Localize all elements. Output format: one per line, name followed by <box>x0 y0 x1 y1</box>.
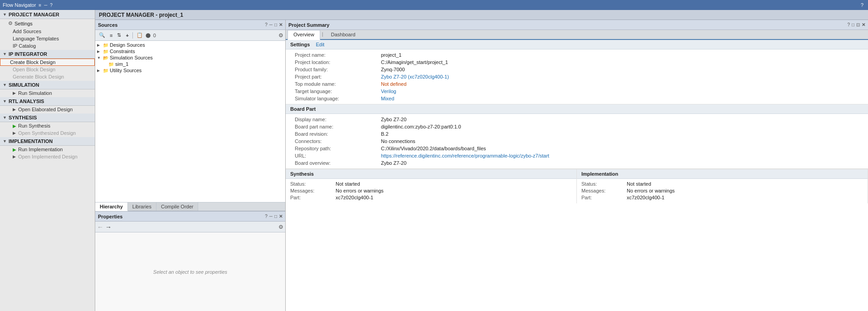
utility-arrow: ▶ <box>97 69 102 73</box>
nav-section-synthesis[interactable]: ▼ SYNTHESIS <box>0 114 95 122</box>
impl-part-label: Part: <box>581 194 627 201</box>
top-module-label: Top module name: <box>286 80 376 88</box>
sources-settings-icon[interactable]: ⚙ <box>278 32 283 39</box>
sources-minimize-icon[interactable]: ─ <box>269 22 273 27</box>
tree-item-simulation-sources[interactable]: ▼ 📂 Simulation Sources <box>95 54 285 61</box>
board-revision-value: B.2 <box>376 130 868 138</box>
top-module-value[interactable]: Not defined <box>376 80 868 88</box>
nav-item-open-elaborated-design[interactable]: ▶ Open Elaborated Design <box>0 106 95 113</box>
sources-filter-btn[interactable]: ≡ <box>108 32 114 39</box>
nav-item-ip-catalog[interactable]: IP Catalog <box>0 42 95 49</box>
tab-compile-order[interactable]: Compile Order <box>156 202 199 211</box>
tab-dashboard[interactable]: Dashboard <box>325 30 361 39</box>
props-close-icon[interactable]: ✕ <box>279 214 283 219</box>
sim-language-value[interactable]: Mixed <box>376 95 868 102</box>
nav-item-open-block-design[interactable]: Open Block Design <box>0 66 95 73</box>
nav-section-rtl-analysis[interactable]: ▼ RTL ANALYSIS <box>0 97 95 106</box>
run-sim-arrow: ▶ <box>13 91 16 95</box>
nav-section-simulation[interactable]: ▼ SIMULATION <box>0 81 95 89</box>
nav-item-open-synthesized-design[interactable]: ▶ Open Synthesized Design <box>0 129 95 137</box>
synth-impl-row: Synthesis Status: Not started Messages: … <box>286 169 868 203</box>
nav-item-run-implementation[interactable]: ▶ Run Implementation <box>0 146 95 153</box>
props-minimize-icon[interactable]: ─ <box>269 214 273 219</box>
impl-messages-value: No errors or warnings <box>627 188 863 194</box>
open-synthesized-design-label: Open Synthesized Design <box>18 130 76 136</box>
create-block-design-label: Create Block Design <box>10 59 55 65</box>
rtl-section-label: RTL ANALYSIS <box>9 99 44 104</box>
ps-tab-bar: Overview | Dashboard <box>286 30 868 40</box>
nav-section-implementation[interactable]: ▼ IMPLEMENTATION <box>0 137 95 146</box>
ps-help-icon[interactable]: ? <box>847 22 850 27</box>
ps-restore-icon[interactable]: □ <box>852 22 854 27</box>
props-help-icon[interactable]: ? <box>265 214 268 219</box>
ps-maximize-icon[interactable]: ⊡ <box>856 22 860 27</box>
synth-part-label: Part: <box>290 194 336 201</box>
tab-overview[interactable]: Overview <box>288 30 320 40</box>
settings-edit-link[interactable]: Edit <box>316 42 324 47</box>
synthesis-col: Synthesis Status: Not started Messages: … <box>286 169 577 203</box>
product-family-value: Zynq-7000 <box>376 66 868 73</box>
language-templates-label: Language Templates <box>13 36 59 41</box>
url-value[interactable]: https://reference.digilentinc.com/refere… <box>376 152 868 159</box>
open-implemented-design-label: Open Implemented Design <box>18 154 78 159</box>
sources-help-icon[interactable]: ? <box>265 22 268 27</box>
title-icon-2[interactable]: ─ <box>44 3 47 8</box>
sources-search-btn[interactable]: 🔍 <box>97 31 107 39</box>
settings-section-header: Settings Edit <box>286 40 868 49</box>
board-part-name-label: Board part name: <box>286 123 376 130</box>
constraints-label: Constraints <box>110 49 135 54</box>
title-icon-3[interactable]: ? <box>50 3 53 8</box>
settings-grid: Project name: project_1 Project location… <box>286 49 868 104</box>
props-restore-icon[interactable]: □ <box>274 214 277 219</box>
ps-close-icon[interactable]: ✕ <box>862 22 865 27</box>
help-button[interactable]: ? <box>859 2 865 8</box>
open-elaborated-design-label: Open Elaborated Design <box>18 107 73 112</box>
sources-close-icon[interactable]: ✕ <box>279 22 283 27</box>
nav-item-settings[interactable]: ⚙ Settings <box>0 19 95 28</box>
synth-status-label: Status: <box>290 181 336 187</box>
sources-panel-title: Sources <box>98 22 117 28</box>
tree-item-design-sources[interactable]: ▶ 📁 Design Sources <box>95 42 285 48</box>
nav-item-open-implemented-design[interactable]: ▶ Open Implemented Design <box>0 153 95 160</box>
project-location-label: Project location: <box>286 59 376 66</box>
sources-doc-btn[interactable]: 📋 <box>135 31 145 39</box>
nav-item-run-simulation[interactable]: ▶ Run Simulation <box>0 89 95 97</box>
sim-arrow: ▼ <box>3 83 7 87</box>
sources-circle-icon: ⬤ <box>146 33 151 38</box>
sources-add-btn[interactable]: + <box>124 32 130 39</box>
props-settings-icon[interactable]: ⚙ <box>278 224 283 230</box>
tab-hierarchy[interactable]: Hierarchy <box>95 202 128 211</box>
board-part-grid: Display name: Zybo Z7-20 Board part name… <box>286 114 868 168</box>
nav-item-run-synthesis[interactable]: ▶ Run Synthesis <box>0 122 95 129</box>
run-synthesis-label: Run Synthesis <box>18 123 50 128</box>
tab-libraries[interactable]: Libraries <box>128 202 156 211</box>
impl-arrow: ▼ <box>3 139 7 143</box>
nav-item-create-block-design[interactable]: Create Block Design <box>0 59 95 66</box>
run-impl-play-icon: ▶ <box>13 147 16 152</box>
props-forward-btn[interactable]: → <box>105 223 112 231</box>
nav-item-language-templates[interactable]: Language Templates <box>0 35 95 42</box>
nav-item-add-sources[interactable]: Add Sources <box>0 28 95 35</box>
properties-content: Select an object to see properties <box>95 232 285 311</box>
tree-item-constraints[interactable]: ▶ 📁 Constraints <box>95 48 285 54</box>
props-back-btn[interactable]: ← <box>97 223 103 231</box>
tab-separator: | <box>320 30 325 39</box>
nav-item-generate-block-design[interactable]: Generate Block Design <box>0 73 95 80</box>
project-location-value: C:/Aimagin/get_start/project_1 <box>376 59 868 66</box>
tree-item-sim1[interactable]: ▶ 📁 sim_1 <box>95 61 285 67</box>
sources-sort-btn[interactable]: ⇅ <box>115 31 123 39</box>
properties-placeholder: Select an object to see properties <box>153 269 227 275</box>
impl-messages-label: Messages: <box>581 188 627 194</box>
project-part-value[interactable]: Zybo Z7-20 (xc7z020clg400-1) <box>376 73 868 80</box>
sources-toolbar: 🔍 ≡ ⇅ + 📋 ⬤ 0 ⚙ <box>95 30 285 41</box>
sources-restore-icon[interactable]: □ <box>274 22 277 27</box>
properties-panel: Properties ? ─ □ ✕ ← → ⚙ S <box>95 211 285 311</box>
right-content: PROJECT MANAGER - project_1 Sources ? ─ … <box>95 10 868 311</box>
title-icon-1[interactable]: ≡ <box>39 3 41 8</box>
tree-item-utility-sources[interactable]: ▶ 📁 Utility Sources <box>95 67 285 74</box>
target-language-value[interactable]: Verilog <box>376 88 868 95</box>
nav-section-ip-integrator[interactable]: ▼ IP INTEGRATOR <box>0 50 95 59</box>
sim-sources-arrow: ▼ <box>97 56 102 60</box>
nav-section-project-manager[interactable]: ▼ PROJECT MANAGER <box>0 10 95 19</box>
flow-navigator: ▼ PROJECT MANAGER ⚙ Settings Add Sources… <box>0 10 95 311</box>
